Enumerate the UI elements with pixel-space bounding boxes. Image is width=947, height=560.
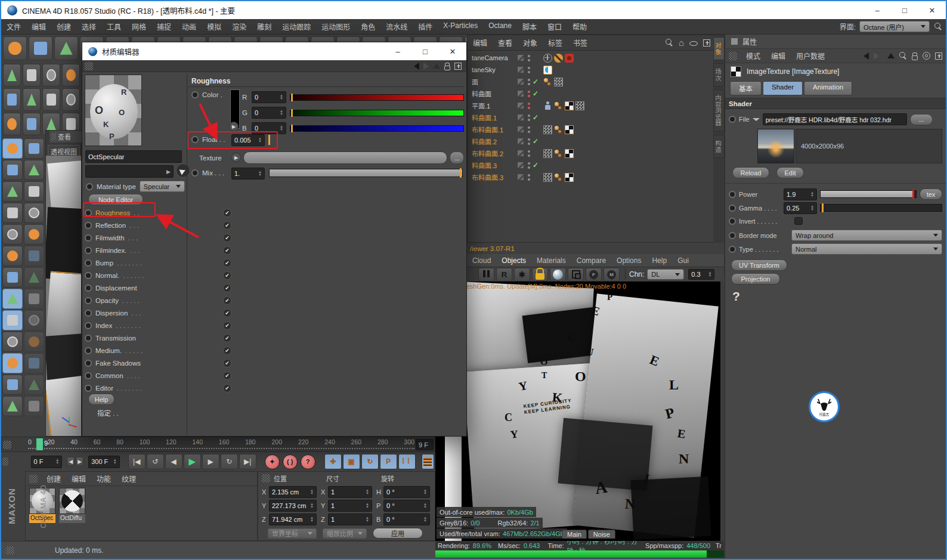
editor-dots[interactable] [528, 150, 530, 157]
channel-radio[interactable] [85, 234, 92, 242]
channel-radio[interactable] [85, 284, 92, 292]
lv-menu-Options[interactable]: Options [617, 256, 641, 265]
channel-radio[interactable] [85, 259, 92, 267]
mm-menu-编辑[interactable]: 编辑 [72, 474, 86, 484]
position-field[interactable]: 71.942 cm▲▼ [269, 513, 317, 525]
toolbar-rectangle-selection[interactable] [24, 181, 44, 202]
attr-tab-基本[interactable]: 基本 [730, 81, 762, 95]
frame-fwd-button[interactable]: ▶ [76, 457, 83, 466]
om-home-icon[interactable]: ⌂ [679, 38, 684, 48]
toolbar-mesh-tool-a[interactable] [24, 246, 44, 266]
lv-menu-Compare[interactable]: Compare [577, 256, 606, 265]
channel-radio[interactable] [85, 272, 92, 279]
balls-tag-icon[interactable] [554, 125, 563, 134]
menu-渲染[interactable]: 渲染 [232, 21, 246, 32]
balls-tag-icon[interactable] [554, 173, 563, 182]
editor-dots[interactable] [528, 174, 530, 181]
object-name[interactable]: 布料曲面.1 [472, 125, 515, 134]
projection-button[interactable]: Projection [731, 273, 780, 284]
object-name[interactable]: 料曲面.2 [472, 137, 515, 146]
lv-pause-button[interactable] [478, 268, 494, 281]
dialog-maximize-button[interactable]: □ [411, 42, 439, 60]
object-row[interactable]: taneCamera [468, 52, 723, 64]
object-name[interactable]: 布料曲面.3 [472, 172, 515, 182]
toolbar-mesh-cube[interactable] [24, 310, 44, 330]
noise-tag-icon[interactable] [543, 125, 552, 134]
toolbar-live-select[interactable] [54, 36, 78, 60]
toolbar-model-mode[interactable] [2, 138, 23, 159]
object-name[interactable]: 布料曲面.2 [472, 148, 515, 158]
enable-check[interactable]: ✓ [533, 113, 541, 122]
lv-menu-Objects[interactable]: Objects [502, 256, 526, 265]
channel-Dispersion[interactable]: Dispersion. . .✔ [85, 307, 235, 319]
channel-checkbox[interactable]: ✔ [223, 246, 231, 255]
size-field[interactable]: 1▲▼ [328, 500, 372, 512]
visibility-toggle[interactable] [517, 126, 524, 133]
channel-radio[interactable] [85, 360, 92, 367]
toolbar-cup-object[interactable] [42, 88, 60, 111]
editor-dots[interactable] [528, 103, 530, 109]
enable-check[interactable]: ✓ [533, 137, 541, 146]
object-row[interactable]: 布料曲面.1 [468, 123, 723, 135]
lv-menu-Materials[interactable]: Materials [537, 256, 566, 265]
channel-radio[interactable] [85, 310, 92, 317]
start-frame-field[interactable]: 0 F▲▼ [31, 456, 63, 468]
om-menu-查看[interactable]: 查看 [498, 38, 512, 48]
toolbar-dots-a[interactable] [24, 353, 44, 373]
visibility-toggle[interactable] [517, 102, 524, 109]
position-field[interactable]: 2.135 cm▲▼ [269, 486, 317, 498]
channel-checkbox[interactable]: ✔ [223, 296, 231, 305]
me-addtab-icon[interactable] [454, 63, 462, 70]
side-tab-场次[interactable]: 场次 [713, 63, 725, 86]
balls-tag-icon[interactable] [554, 101, 563, 110]
object-row[interactable]: 料曲面.1✓ [468, 112, 723, 123]
object-name[interactable]: 面 [472, 77, 515, 86]
dialog-close-button[interactable]: ✕ [439, 42, 466, 60]
channel-radio[interactable] [85, 222, 92, 229]
visibility-toggle[interactable] [517, 174, 524, 181]
attr-search-icon[interactable] [899, 52, 907, 60]
object-row[interactable]: 布料曲面.3 [468, 171, 723, 183]
target-tag-icon[interactable] [543, 54, 552, 63]
om-menu-标签[interactable]: 标签 [548, 38, 562, 48]
toolbar-scroll-up[interactable] [2, 396, 23, 416]
me-back-icon[interactable] [414, 63, 419, 70]
rgb-slider-G[interactable] [290, 110, 464, 116]
material-name-field[interactable]: OctSpecular [85, 150, 182, 163]
me-up-icon[interactable] [433, 63, 440, 69]
material-type-dropdown[interactable]: Specular [140, 181, 185, 192]
enable-check[interactable]: ✓ [533, 78, 541, 86]
interface-dropdown[interactable]: Octane (用户) [859, 21, 930, 32]
menu-捕捉[interactable]: 捕捉 [157, 21, 171, 32]
toolbar-workplane-grid[interactable] [2, 181, 23, 202]
power-field[interactable]: 1.9▲▼ [784, 188, 817, 200]
channel-Index[interactable]: Index. . . . . . .✔ [85, 319, 235, 332]
object-row[interactable]: 料曲面.2✓ [468, 135, 723, 147]
float-field[interactable]: 0.005▲▼ [231, 134, 265, 146]
channel-checkbox[interactable]: ✔ [223, 372, 231, 380]
menu-X-Particles[interactable]: X-Particles [443, 21, 478, 32]
gamma-enable-radio[interactable] [729, 205, 736, 212]
balls-tag-icon[interactable] [554, 149, 563, 158]
toolbar-help-tool[interactable] [24, 138, 44, 159]
power-slider[interactable] [820, 190, 917, 198]
object-row[interactable]: 面✓ [468, 76, 723, 88]
render-view[interactable]: EPCUOYOKELCYTPENIAN KEEP CURIOSITY KEEP … [435, 281, 720, 541]
color-expand-button[interactable]: ▶ [229, 122, 239, 131]
viewport-view-menu[interactable]: 查看 [49, 131, 82, 143]
om-menu-书签[interactable]: 书签 [573, 38, 587, 48]
channel-radio[interactable] [85, 385, 92, 392]
menu-创建[interactable]: 创建 [57, 21, 71, 32]
channel-checkbox[interactable]: ✔ [223, 359, 231, 367]
current-frame-field[interactable]: 9 F [416, 439, 434, 450]
menu-Octane[interactable]: Octane [488, 21, 512, 32]
checker-tag-icon[interactable] [565, 125, 574, 134]
rgb-value-field[interactable]: 0▲▼ [252, 122, 286, 134]
dots-tool-button[interactable]: ⠇⠇ [398, 454, 416, 469]
toolbar-mesh-sphere[interactable] [24, 332, 44, 352]
visibility-toggle[interactable] [517, 66, 524, 73]
attr-tab-Shader[interactable]: Shader [763, 81, 803, 95]
toolbar-magnet-snap[interactable] [2, 332, 23, 352]
rgb-slider-R[interactable] [290, 94, 464, 101]
material-shader-field[interactable]: ▶ [85, 165, 174, 178]
